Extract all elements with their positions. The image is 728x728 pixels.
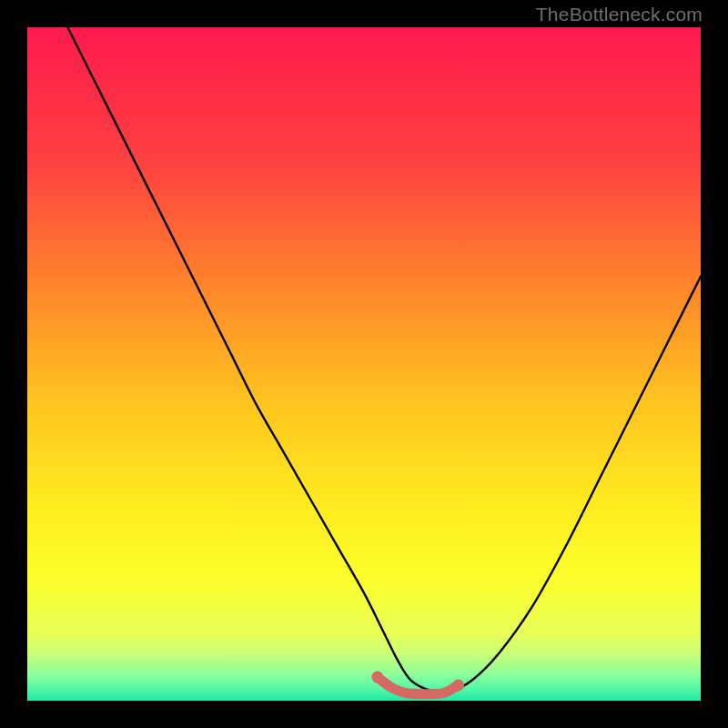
bottleneck-curve (67, 27, 701, 692)
chart-stage: TheBottleneck.com (0, 0, 728, 728)
optimal-band-end-right (452, 679, 464, 691)
plot-area (27, 27, 701, 701)
watermark-text: TheBottleneck.com (536, 4, 703, 25)
optimal-band-end-left (371, 672, 383, 683)
curves-layer (27, 27, 701, 701)
